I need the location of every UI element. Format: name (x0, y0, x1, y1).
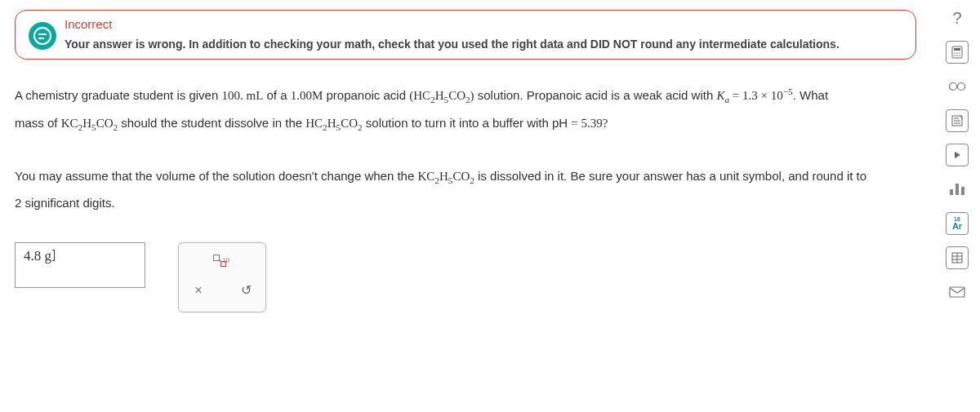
ka-k: K (716, 89, 724, 102)
q-text: 2 significant digits. (15, 196, 115, 210)
video-button[interactable] (946, 144, 969, 166)
svg-point-3 (956, 52, 958, 54)
undo-button[interactable]: ↺ (234, 279, 257, 302)
calculator-icon (951, 46, 964, 59)
question-text: A chemistry graduate student is given 10… (15, 82, 916, 216)
answer-value: 4.8 g (24, 248, 51, 264)
q-text: You may assume that the volume of the so… (15, 169, 417, 183)
svg-point-8 (950, 83, 957, 91)
element-symbol: Ar (952, 222, 962, 231)
notes-icon (951, 114, 964, 127)
answer-tools-panel: ×10 × ↺ (178, 242, 266, 312)
bar-chart-icon (949, 183, 965, 196)
formula-part: KC (61, 117, 78, 130)
text-cursor (52, 250, 55, 261)
svg-point-9 (958, 83, 965, 91)
q-text: . What (793, 88, 828, 102)
acid-formula-2: HC2H5CO2 (305, 117, 362, 130)
svg-point-6 (956, 55, 958, 56)
undo-icon: ↺ (241, 282, 252, 298)
q-text: solution. Propanoic acid is a weak acid … (474, 88, 717, 102)
reading-mode-button[interactable] (946, 75, 969, 98)
ka-val: = 1.3 × 10 (729, 89, 783, 102)
play-icon (951, 150, 963, 160)
svg-rect-22 (950, 287, 964, 297)
close-icon: × (194, 283, 202, 298)
calculator-button[interactable] (946, 41, 969, 64)
q-text: mass of (15, 116, 61, 130)
svg-point-4 (959, 52, 960, 54)
scientific-notation-button[interactable]: ×10 (211, 253, 234, 276)
feedback-title: Incorrect (65, 17, 901, 31)
stats-button[interactable] (946, 178, 969, 201)
table-icon (951, 251, 964, 264)
q-text: of a (263, 88, 290, 102)
feedback-panel: Incorrect Your answer is wrong. In addit… (15, 10, 916, 60)
q-text: should the student dissolve in the (118, 116, 305, 130)
q-volume: 100. mL (221, 89, 263, 102)
ph-value: = 5.39? (571, 117, 608, 130)
q-text: is dissolved in it. Be sure your answer … (474, 169, 866, 183)
salt-formula: KC2H5CO2 (61, 117, 118, 130)
svg-rect-1 (954, 48, 960, 51)
glasses-icon (948, 82, 966, 91)
formula-part: (HC (409, 89, 430, 102)
help-button[interactable]: ? (946, 7, 969, 29)
clear-button[interactable]: × (187, 279, 210, 302)
envelope-icon (949, 286, 965, 298)
feedback-message: Your answer is wrong. In addition to che… (65, 38, 901, 51)
answer-input[interactable]: 4.8 g (15, 242, 145, 288)
ka-exp: −5 (783, 86, 793, 96)
svg-point-5 (954, 55, 956, 56)
svg-marker-14 (955, 152, 960, 158)
feedback-icon (29, 22, 56, 50)
acid-formula: (HC2H5CO2) (409, 89, 474, 102)
data-table-button[interactable] (946, 246, 969, 269)
question-mark-icon: ? (952, 9, 961, 28)
q-text: A chemistry graduate student is given (15, 88, 221, 102)
periodic-table-button[interactable]: 18 Ar (946, 212, 969, 235)
ka-symbol: Ka = 1.3 × 10−5 (716, 89, 792, 102)
q-concentration: 1.00M (291, 89, 323, 102)
svg-point-2 (954, 52, 956, 54)
salt-formula-2: KC2H5CO2 (417, 170, 474, 183)
right-toolbar: ? 18 Ar (941, 7, 973, 303)
svg-rect-15 (950, 189, 953, 195)
sci-notation-icon: ×10 (211, 252, 234, 277)
svg-point-7 (959, 55, 960, 56)
q-text: propanoic acid (323, 88, 409, 102)
svg-rect-17 (961, 187, 964, 195)
email-button[interactable] (946, 281, 969, 303)
notes-button[interactable] (946, 109, 969, 132)
svg-rect-16 (956, 184, 959, 195)
q-text: solution to turn it into a buffer with p… (363, 116, 572, 130)
